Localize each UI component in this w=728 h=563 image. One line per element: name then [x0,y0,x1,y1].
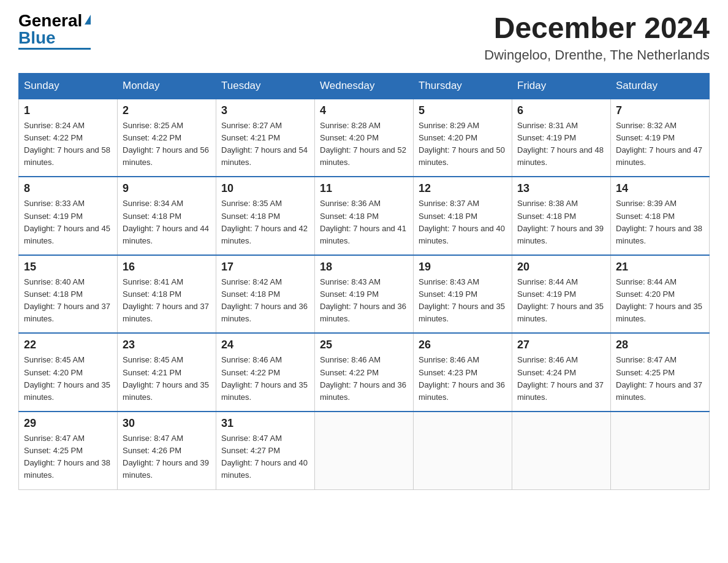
day-number: 10 [221,182,309,195]
day-number: 14 [616,182,704,195]
day-info: Sunrise: 8:43 AMSunset: 4:19 PMDaylight:… [320,276,408,326]
col-monday: Monday [118,73,216,99]
calendar-cell: 16Sunrise: 8:41 AMSunset: 4:18 PMDayligh… [118,255,216,334]
day-info: Sunrise: 8:44 AMSunset: 4:20 PMDaylight:… [616,276,704,326]
calendar-week-3: 15Sunrise: 8:40 AMSunset: 4:18 PMDayligh… [19,255,710,334]
day-number: 12 [419,182,507,195]
day-info: Sunrise: 8:47 AMSunset: 4:25 PMDaylight:… [24,432,112,482]
calendar-cell: 31Sunrise: 8:47 AMSunset: 4:27 PMDayligh… [216,412,315,489]
calendar-cell [611,412,710,489]
calendar-week-4: 22Sunrise: 8:45 AMSunset: 4:20 PMDayligh… [19,333,710,412]
day-info: Sunrise: 8:32 AMSunset: 4:19 PMDaylight:… [616,120,704,169]
day-info: Sunrise: 8:35 AMSunset: 4:18 PMDaylight:… [221,197,309,247]
calendar-cell: 13Sunrise: 8:38 AMSunset: 4:18 PMDayligh… [512,177,611,255]
day-number: 13 [517,182,605,195]
day-info: Sunrise: 8:47 AMSunset: 4:25 PMDaylight:… [616,354,704,404]
day-info: Sunrise: 8:46 AMSunset: 4:22 PMDaylight:… [221,354,309,404]
logo: General Blue [18,12,91,50]
title-section: December 2024 Dwingeloo, Drenthe, The Ne… [484,12,710,63]
calendar-cell [414,412,512,489]
calendar-week-5: 29Sunrise: 8:47 AMSunset: 4:25 PMDayligh… [19,412,710,489]
day-number: 4 [320,104,408,117]
col-friday: Friday [512,73,611,99]
calendar-cell: 7Sunrise: 8:32 AMSunset: 4:19 PMDaylight… [611,99,710,177]
day-number: 1 [24,104,112,117]
day-number: 18 [320,261,408,274]
calendar-cell: 15Sunrise: 8:40 AMSunset: 4:18 PMDayligh… [19,255,118,334]
calendar-cell: 14Sunrise: 8:39 AMSunset: 4:18 PMDayligh… [611,177,710,255]
calendar-cell: 8Sunrise: 8:33 AMSunset: 4:19 PMDaylight… [19,177,118,255]
day-number: 28 [616,339,704,351]
day-number: 7 [616,104,704,117]
day-info: Sunrise: 8:46 AMSunset: 4:24 PMDaylight:… [517,354,605,404]
day-number: 11 [320,182,408,195]
location-text: Dwingeloo, Drenthe, The Netherlands [484,47,710,63]
day-info: Sunrise: 8:36 AMSunset: 4:18 PMDaylight:… [320,197,408,247]
calendar-cell: 17Sunrise: 8:42 AMSunset: 4:18 PMDayligh… [216,255,315,334]
calendar-cell: 30Sunrise: 8:47 AMSunset: 4:26 PMDayligh… [118,412,216,489]
day-info: Sunrise: 8:29 AMSunset: 4:20 PMDaylight:… [419,120,507,169]
day-info: Sunrise: 8:46 AMSunset: 4:23 PMDaylight:… [419,354,507,404]
day-number: 25 [320,339,408,351]
day-number: 23 [123,339,211,351]
day-info: Sunrise: 8:24 AMSunset: 4:22 PMDaylight:… [24,120,112,169]
day-number: 24 [221,339,309,351]
logo-triangle-icon [85,15,91,25]
day-number: 8 [24,182,112,195]
day-number: 17 [221,261,309,274]
day-info: Sunrise: 8:40 AMSunset: 4:18 PMDaylight:… [24,276,112,326]
day-info: Sunrise: 8:45 AMSunset: 4:21 PMDaylight:… [123,354,211,404]
calendar-cell [512,412,611,489]
calendar-week-2: 8Sunrise: 8:33 AMSunset: 4:19 PMDaylight… [19,177,710,255]
day-info: Sunrise: 8:43 AMSunset: 4:19 PMDaylight:… [419,276,507,326]
day-number: 5 [419,104,507,117]
calendar-cell: 21Sunrise: 8:44 AMSunset: 4:20 PMDayligh… [611,255,710,334]
calendar-week-1: 1Sunrise: 8:24 AMSunset: 4:22 PMDaylight… [19,99,710,177]
day-info: Sunrise: 8:25 AMSunset: 4:22 PMDaylight:… [123,120,211,169]
calendar-cell: 6Sunrise: 8:31 AMSunset: 4:19 PMDaylight… [512,99,611,177]
day-info: Sunrise: 8:34 AMSunset: 4:18 PMDaylight:… [123,197,211,247]
day-number: 16 [123,261,211,274]
calendar-cell: 5Sunrise: 8:29 AMSunset: 4:20 PMDaylight… [414,99,512,177]
day-info: Sunrise: 8:45 AMSunset: 4:20 PMDaylight:… [24,354,112,404]
day-info: Sunrise: 8:41 AMSunset: 4:18 PMDaylight:… [123,276,211,326]
day-number: 15 [24,261,112,274]
calendar-cell: 2Sunrise: 8:25 AMSunset: 4:22 PMDaylight… [118,99,216,177]
calendar-cell: 26Sunrise: 8:46 AMSunset: 4:23 PMDayligh… [414,333,512,412]
calendar-cell: 11Sunrise: 8:36 AMSunset: 4:18 PMDayligh… [315,177,414,255]
month-year-heading: December 2024 [484,12,710,45]
day-number: 26 [419,339,507,351]
col-saturday: Saturday [611,73,710,99]
calendar-cell: 18Sunrise: 8:43 AMSunset: 4:19 PMDayligh… [315,255,414,334]
calendar-cell: 19Sunrise: 8:43 AMSunset: 4:19 PMDayligh… [414,255,512,334]
calendar-cell: 29Sunrise: 8:47 AMSunset: 4:25 PMDayligh… [19,412,118,489]
day-info: Sunrise: 8:33 AMSunset: 4:19 PMDaylight:… [24,197,112,247]
day-info: Sunrise: 8:44 AMSunset: 4:19 PMDaylight:… [517,276,605,326]
day-number: 27 [517,339,605,351]
calendar-cell: 10Sunrise: 8:35 AMSunset: 4:18 PMDayligh… [216,177,315,255]
calendar-cell: 20Sunrise: 8:44 AMSunset: 4:19 PMDayligh… [512,255,611,334]
logo-general-text: General [18,12,82,29]
day-info: Sunrise: 8:31 AMSunset: 4:19 PMDaylight:… [517,120,605,169]
day-info: Sunrise: 8:38 AMSunset: 4:18 PMDaylight:… [517,197,605,247]
day-info: Sunrise: 8:27 AMSunset: 4:21 PMDaylight:… [221,120,309,169]
day-number: 21 [616,261,704,274]
col-sunday: Sunday [19,73,118,99]
day-info: Sunrise: 8:42 AMSunset: 4:18 PMDaylight:… [221,276,309,326]
day-number: 20 [517,261,605,274]
day-number: 19 [419,261,507,274]
day-number: 30 [123,417,211,430]
calendar-cell: 27Sunrise: 8:46 AMSunset: 4:24 PMDayligh… [512,333,611,412]
calendar-cell: 22Sunrise: 8:45 AMSunset: 4:20 PMDayligh… [19,333,118,412]
day-number: 6 [517,104,605,117]
col-thursday: Thursday [414,73,512,99]
day-number: 2 [123,104,211,117]
calendar-cell: 9Sunrise: 8:34 AMSunset: 4:18 PMDaylight… [118,177,216,255]
day-info: Sunrise: 8:46 AMSunset: 4:22 PMDaylight:… [320,354,408,404]
day-number: 31 [221,417,309,430]
calendar-cell: 1Sunrise: 8:24 AMSunset: 4:22 PMDaylight… [19,99,118,177]
calendar-cell: 25Sunrise: 8:46 AMSunset: 4:22 PMDayligh… [315,333,414,412]
day-info: Sunrise: 8:39 AMSunset: 4:18 PMDaylight:… [616,197,704,247]
logo-underline [18,48,91,50]
calendar-cell: 28Sunrise: 8:47 AMSunset: 4:25 PMDayligh… [611,333,710,412]
